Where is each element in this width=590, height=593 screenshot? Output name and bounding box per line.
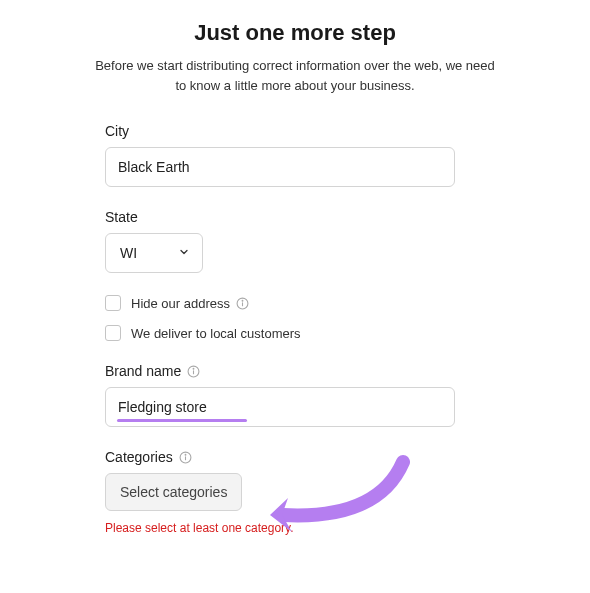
- svg-point-2: [242, 300, 243, 301]
- brand-field-group: Brand name: [105, 363, 455, 427]
- options-group: Hide our address We deliver to local cus…: [105, 295, 455, 341]
- select-categories-button[interactable]: Select categories: [105, 473, 242, 511]
- state-label: State: [105, 209, 455, 225]
- categories-field-group: Categories Select categories Please sele…: [105, 449, 455, 535]
- deliver-local-row: We deliver to local customers: [105, 325, 455, 341]
- deliver-local-label: We deliver to local customers: [131, 326, 301, 341]
- info-icon[interactable]: [179, 451, 192, 464]
- state-field-group: State WI: [105, 209, 455, 273]
- hide-address-row: Hide our address: [105, 295, 455, 311]
- categories-label: Categories: [105, 449, 173, 465]
- info-icon[interactable]: [187, 365, 200, 378]
- brand-label: Brand name: [105, 363, 181, 379]
- city-label: City: [105, 123, 455, 139]
- page-title: Just one more step: [0, 20, 590, 46]
- chevron-down-icon: [178, 245, 190, 261]
- svg-point-8: [185, 454, 186, 455]
- info-icon[interactable]: [236, 297, 249, 310]
- categories-error: Please select at least one category.: [105, 521, 455, 535]
- state-select[interactable]: WI: [105, 233, 203, 273]
- city-field-group: City: [105, 123, 455, 187]
- onboarding-form: Just one more step Before we start distr…: [0, 0, 590, 535]
- deliver-local-checkbox[interactable]: [105, 325, 121, 341]
- state-value: WI: [120, 245, 137, 261]
- annotation-underline: [117, 419, 247, 422]
- hide-address-checkbox[interactable]: [105, 295, 121, 311]
- hide-address-label: Hide our address: [131, 296, 230, 311]
- city-input[interactable]: [105, 147, 455, 187]
- page-subtitle: Before we start distributing correct inf…: [95, 56, 495, 95]
- svg-point-5: [193, 368, 194, 369]
